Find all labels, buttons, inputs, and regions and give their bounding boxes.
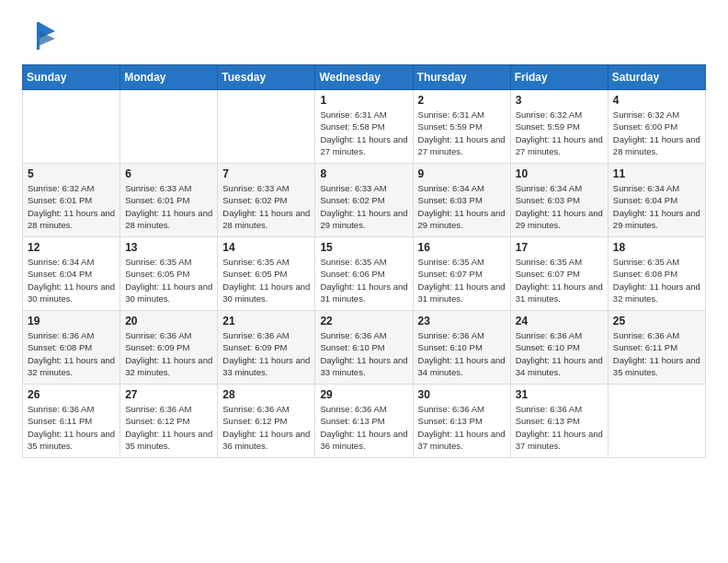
day-number: 27 xyxy=(125,388,212,401)
day-info: Sunrise: 6:35 AM Sunset: 6:07 PM Dayligh… xyxy=(418,256,506,304)
weekday-saturday: Saturday xyxy=(608,65,705,90)
header xyxy=(22,18,706,53)
day-info: Sunrise: 6:33 AM Sunset: 6:02 PM Dayligh… xyxy=(222,182,310,231)
day-number: 3 xyxy=(516,94,603,107)
calendar-cell: 22Sunrise: 6:36 AM Sunset: 6:10 PM Dayli… xyxy=(315,311,413,385)
day-info: Sunrise: 6:32 AM Sunset: 6:01 PM Dayligh… xyxy=(28,182,115,231)
weekday-friday: Friday xyxy=(510,65,608,90)
day-info: Sunrise: 6:34 AM Sunset: 6:03 PM Dayligh… xyxy=(516,182,603,231)
day-info: Sunrise: 6:33 AM Sunset: 6:01 PM Dayligh… xyxy=(125,182,212,231)
day-number: 26 xyxy=(28,388,115,401)
day-info: Sunrise: 6:34 AM Sunset: 6:04 PM Dayligh… xyxy=(28,256,115,304)
day-info: Sunrise: 6:36 AM Sunset: 6:08 PM Dayligh… xyxy=(28,329,115,378)
day-number: 4 xyxy=(613,94,700,107)
day-info: Sunrise: 6:36 AM Sunset: 6:12 PM Dayligh… xyxy=(222,403,310,452)
calendar-cell xyxy=(608,385,705,458)
weekday-tuesday: Tuesday xyxy=(218,65,315,90)
day-info: Sunrise: 6:35 AM Sunset: 6:05 PM Dayligh… xyxy=(125,256,212,304)
day-info: Sunrise: 6:36 AM Sunset: 6:09 PM Dayligh… xyxy=(222,329,310,378)
weekday-header-row: SundayMondayTuesdayWednesdayThursdayFrid… xyxy=(23,65,706,90)
calendar-cell: 28Sunrise: 6:36 AM Sunset: 6:12 PM Dayli… xyxy=(218,385,315,458)
calendar-cell: 1Sunrise: 6:31 AM Sunset: 5:58 PM Daylig… xyxy=(315,90,413,164)
day-info: Sunrise: 6:36 AM Sunset: 6:12 PM Dayligh… xyxy=(125,403,212,452)
day-number: 6 xyxy=(125,167,212,180)
day-info: Sunrise: 6:31 AM Sunset: 5:59 PM Dayligh… xyxy=(418,109,506,157)
calendar-cell: 31Sunrise: 6:36 AM Sunset: 6:13 PM Dayli… xyxy=(510,385,608,458)
day-number: 30 xyxy=(418,388,506,401)
calendar-cell: 10Sunrise: 6:34 AM Sunset: 6:03 PM Dayli… xyxy=(510,164,608,237)
day-info: Sunrise: 6:36 AM Sunset: 6:10 PM Dayligh… xyxy=(320,329,407,378)
day-info: Sunrise: 6:36 AM Sunset: 6:13 PM Dayligh… xyxy=(418,403,506,452)
calendar-cell: 29Sunrise: 6:36 AM Sunset: 6:13 PM Dayli… xyxy=(315,385,413,458)
day-number: 9 xyxy=(418,167,506,180)
calendar-cell: 21Sunrise: 6:36 AM Sunset: 6:09 PM Dayli… xyxy=(218,311,315,385)
day-number: 12 xyxy=(28,241,115,254)
day-info: Sunrise: 6:35 AM Sunset: 6:07 PM Dayligh… xyxy=(516,256,603,304)
weekday-wednesday: Wednesday xyxy=(315,65,413,90)
calendar-cell: 16Sunrise: 6:35 AM Sunset: 6:07 PM Dayli… xyxy=(413,237,510,311)
day-info: Sunrise: 6:35 AM Sunset: 6:08 PM Dayligh… xyxy=(613,256,700,304)
calendar-cell: 30Sunrise: 6:36 AM Sunset: 6:13 PM Dayli… xyxy=(413,385,510,458)
day-number: 10 xyxy=(516,167,603,180)
weekday-sunday: Sunday xyxy=(23,65,120,90)
weekday-thursday: Thursday xyxy=(413,65,510,90)
day-number: 5 xyxy=(28,167,115,180)
weekday-monday: Monday xyxy=(120,65,218,90)
day-info: Sunrise: 6:33 AM Sunset: 6:02 PM Dayligh… xyxy=(320,182,407,231)
calendar-week-2: 5Sunrise: 6:32 AM Sunset: 6:01 PM Daylig… xyxy=(23,164,706,237)
day-number: 2 xyxy=(418,94,506,107)
day-number: 14 xyxy=(222,241,310,254)
calendar-cell: 13Sunrise: 6:35 AM Sunset: 6:05 PM Dayli… xyxy=(120,237,218,311)
calendar-table: SundayMondayTuesdayWednesdayThursdayFrid… xyxy=(22,64,706,458)
svg-rect-2 xyxy=(37,22,40,50)
day-info: Sunrise: 6:34 AM Sunset: 6:03 PM Dayligh… xyxy=(418,182,506,231)
day-number: 21 xyxy=(222,315,310,327)
day-info: Sunrise: 6:35 AM Sunset: 6:05 PM Dayligh… xyxy=(222,256,310,304)
calendar-cell: 7Sunrise: 6:33 AM Sunset: 6:02 PM Daylig… xyxy=(218,164,315,237)
page: SundayMondayTuesdayWednesdayThursdayFrid… xyxy=(0,0,728,473)
calendar-cell: 23Sunrise: 6:36 AM Sunset: 6:10 PM Dayli… xyxy=(413,311,510,385)
day-info: Sunrise: 6:31 AM Sunset: 5:58 PM Dayligh… xyxy=(320,109,407,157)
calendar-cell xyxy=(23,90,120,164)
calendar-cell: 9Sunrise: 6:34 AM Sunset: 6:03 PM Daylig… xyxy=(413,164,510,237)
logo xyxy=(22,18,63,53)
day-number: 25 xyxy=(613,315,700,327)
calendar-cell: 11Sunrise: 6:34 AM Sunset: 6:04 PM Dayli… xyxy=(608,164,705,237)
calendar-cell: 2Sunrise: 6:31 AM Sunset: 5:59 PM Daylig… xyxy=(413,90,510,164)
day-info: Sunrise: 6:36 AM Sunset: 6:09 PM Dayligh… xyxy=(125,329,212,378)
day-number: 13 xyxy=(125,241,212,254)
calendar-week-1: 1Sunrise: 6:31 AM Sunset: 5:58 PM Daylig… xyxy=(23,90,706,164)
calendar-cell xyxy=(120,90,218,164)
day-number: 11 xyxy=(613,167,700,180)
day-info: Sunrise: 6:32 AM Sunset: 5:59 PM Dayligh… xyxy=(516,109,603,157)
day-info: Sunrise: 6:36 AM Sunset: 6:13 PM Dayligh… xyxy=(516,403,603,452)
day-number: 7 xyxy=(222,167,310,180)
day-number: 16 xyxy=(418,241,506,254)
day-info: Sunrise: 6:36 AM Sunset: 6:11 PM Dayligh… xyxy=(28,403,115,452)
day-number: 31 xyxy=(516,388,603,401)
calendar-week-4: 19Sunrise: 6:36 AM Sunset: 6:08 PM Dayli… xyxy=(23,311,706,385)
day-info: Sunrise: 6:34 AM Sunset: 6:04 PM Dayligh… xyxy=(613,182,700,231)
calendar-cell: 17Sunrise: 6:35 AM Sunset: 6:07 PM Dayli… xyxy=(510,237,608,311)
day-info: Sunrise: 6:35 AM Sunset: 6:06 PM Dayligh… xyxy=(320,256,407,304)
day-info: Sunrise: 6:36 AM Sunset: 6:13 PM Dayligh… xyxy=(320,403,407,452)
day-number: 8 xyxy=(320,167,407,180)
day-info: Sunrise: 6:36 AM Sunset: 6:11 PM Dayligh… xyxy=(613,329,700,378)
day-number: 18 xyxy=(613,241,700,254)
calendar-cell: 19Sunrise: 6:36 AM Sunset: 6:08 PM Dayli… xyxy=(23,311,120,385)
calendar-week-5: 26Sunrise: 6:36 AM Sunset: 6:11 PM Dayli… xyxy=(23,385,706,458)
day-number: 22 xyxy=(320,315,407,327)
calendar-cell: 20Sunrise: 6:36 AM Sunset: 6:09 PM Dayli… xyxy=(120,311,218,385)
day-info: Sunrise: 6:32 AM Sunset: 6:00 PM Dayligh… xyxy=(613,109,700,157)
day-number: 17 xyxy=(516,241,603,254)
day-number: 19 xyxy=(28,315,115,327)
calendar-cell: 15Sunrise: 6:35 AM Sunset: 6:06 PM Dayli… xyxy=(315,237,413,311)
day-info: Sunrise: 6:36 AM Sunset: 6:10 PM Dayligh… xyxy=(516,329,603,378)
day-number: 24 xyxy=(516,315,603,327)
day-info: Sunrise: 6:36 AM Sunset: 6:10 PM Dayligh… xyxy=(418,329,506,378)
calendar-cell: 24Sunrise: 6:36 AM Sunset: 6:10 PM Dayli… xyxy=(510,311,608,385)
logo-icon xyxy=(22,18,57,53)
day-number: 15 xyxy=(320,241,407,254)
calendar-cell: 5Sunrise: 6:32 AM Sunset: 6:01 PM Daylig… xyxy=(23,164,120,237)
calendar-cell xyxy=(218,90,315,164)
